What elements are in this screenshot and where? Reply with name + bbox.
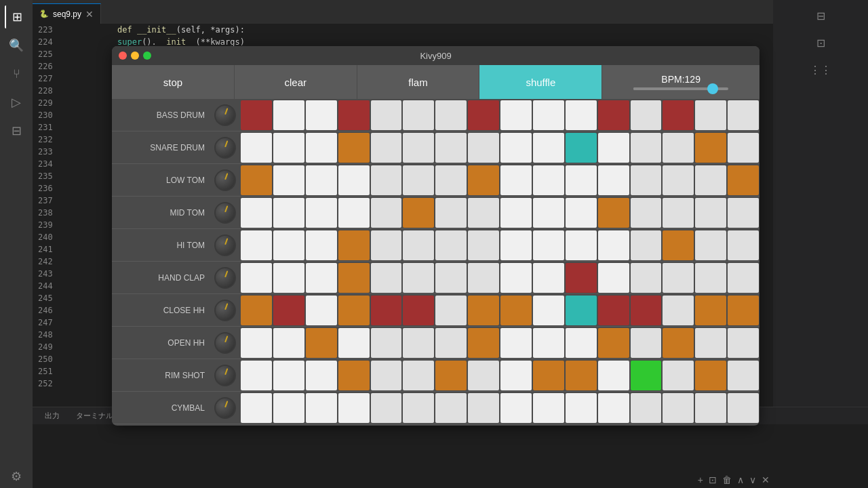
- cell-2-10[interactable]: [533, 165, 564, 195]
- knob-5[interactable]: [214, 267, 236, 289]
- knob-7[interactable]: [214, 332, 236, 354]
- cell-0-8[interactable]: [468, 100, 499, 130]
- cell-3-6[interactable]: [403, 198, 434, 228]
- cell-5-15[interactable]: [695, 263, 726, 293]
- cell-6-13[interactable]: [631, 296, 662, 325]
- cell-4-9[interactable]: [500, 230, 532, 260]
- cell-8-16[interactable]: [728, 361, 759, 390]
- cell-1-13[interactable]: [631, 133, 662, 163]
- cell-1-14[interactable]: [663, 133, 694, 163]
- cell-8-4[interactable]: [338, 361, 370, 390]
- cell-4-2[interactable]: [273, 230, 304, 260]
- cell-9-3[interactable]: [306, 393, 337, 423]
- cell-4-6[interactable]: [403, 230, 434, 260]
- cell-5-4[interactable]: [338, 263, 370, 293]
- knob-2[interactable]: [214, 169, 236, 191]
- cell-0-4[interactable]: [338, 100, 370, 130]
- cell-6-15[interactable]: [695, 296, 726, 325]
- cell-0-10[interactable]: [533, 100, 564, 130]
- cell-2-14[interactable]: [663, 165, 694, 195]
- cell-9-4[interactable]: [338, 393, 370, 423]
- cell-2-3[interactable]: [306, 165, 337, 195]
- cell-7-7[interactable]: [435, 328, 467, 358]
- cell-8-1[interactable]: [241, 361, 272, 390]
- knob-4[interactable]: [214, 235, 236, 256]
- cell-0-6[interactable]: [403, 100, 434, 130]
- cell-1-7[interactable]: [435, 133, 467, 163]
- cell-9-13[interactable]: [631, 393, 662, 423]
- cell-5-8[interactable]: [468, 263, 499, 293]
- cell-6-8[interactable]: [468, 296, 499, 325]
- sidebar-icon-git[interactable]: ⑂: [5, 62, 28, 85]
- tab-close-button[interactable]: ✕: [85, 9, 94, 20]
- cell-5-6[interactable]: [403, 263, 434, 293]
- knob-8[interactable]: [214, 365, 236, 386]
- cell-1-4[interactable]: [338, 133, 370, 163]
- cell-0-11[interactable]: [566, 100, 597, 130]
- cell-5-1[interactable]: [241, 263, 272, 293]
- cell-4-16[interactable]: [728, 230, 759, 260]
- cell-5-7[interactable]: [435, 263, 467, 293]
- plus-icon[interactable]: +: [698, 474, 703, 485]
- cell-1-6[interactable]: [403, 133, 434, 163]
- cell-8-6[interactable]: [403, 361, 434, 390]
- cell-7-2[interactable]: [273, 328, 304, 358]
- knob-9[interactable]: [214, 397, 236, 419]
- chevron-down-icon[interactable]: ∨: [749, 474, 756, 485]
- cell-0-1[interactable]: [241, 100, 272, 130]
- chevron-up-icon[interactable]: ∧: [737, 474, 744, 485]
- cell-5-12[interactable]: [598, 263, 629, 293]
- cell-0-7[interactable]: [435, 100, 467, 130]
- right-icon-1[interactable]: ⊟: [810, 5, 831, 26]
- cell-2-13[interactable]: [631, 165, 662, 195]
- cell-6-14[interactable]: [663, 296, 694, 325]
- cell-7-14[interactable]: [663, 328, 694, 358]
- cell-9-11[interactable]: [566, 393, 597, 423]
- cell-3-11[interactable]: [566, 198, 597, 228]
- tab-output[interactable]: 出力: [37, 407, 68, 424]
- cell-9-12[interactable]: [598, 393, 629, 423]
- cell-4-12[interactable]: [598, 230, 629, 260]
- cell-1-12[interactable]: [598, 133, 629, 163]
- cell-3-4[interactable]: [338, 198, 370, 228]
- window-close-button[interactable]: [119, 52, 127, 60]
- cell-3-7[interactable]: [435, 198, 467, 228]
- cell-0-14[interactable]: [663, 100, 694, 130]
- cell-2-2[interactable]: [273, 165, 304, 195]
- cell-8-2[interactable]: [273, 361, 304, 390]
- trash-icon[interactable]: 🗑: [722, 474, 732, 485]
- cell-2-1[interactable]: [241, 165, 272, 195]
- cell-8-14[interactable]: [663, 361, 694, 390]
- layout-icon[interactable]: ⊡: [709, 474, 717, 485]
- sidebar-icon-gear[interactable]: ⚙: [5, 465, 28, 488]
- cell-5-14[interactable]: [663, 263, 694, 293]
- cell-7-16[interactable]: [728, 328, 759, 358]
- cell-6-1[interactable]: [241, 296, 272, 325]
- cell-7-12[interactable]: [598, 328, 629, 358]
- cell-2-4[interactable]: [338, 165, 370, 195]
- cell-8-10[interactable]: [533, 361, 564, 390]
- cell-8-12[interactable]: [598, 361, 629, 390]
- cell-4-7[interactable]: [435, 230, 467, 260]
- cell-7-9[interactable]: [500, 328, 532, 358]
- cell-6-10[interactable]: [533, 296, 564, 325]
- cell-4-8[interactable]: [468, 230, 499, 260]
- close-icon[interactable]: ✕: [762, 474, 770, 485]
- clear-button[interactable]: clear: [235, 65, 357, 99]
- cell-9-7[interactable]: [435, 393, 467, 423]
- right-icon-2[interactable]: ⊡: [810, 33, 831, 53]
- cell-6-3[interactable]: [306, 296, 337, 325]
- cell-3-1[interactable]: [241, 198, 272, 228]
- cell-0-3[interactable]: [306, 100, 337, 130]
- cell-3-13[interactable]: [631, 198, 662, 228]
- stop-button[interactable]: stop: [112, 65, 235, 99]
- cell-8-13[interactable]: [631, 361, 662, 390]
- cell-8-3[interactable]: [306, 361, 337, 390]
- cell-6-7[interactable]: [435, 296, 467, 325]
- cell-1-11[interactable]: [566, 133, 597, 163]
- cell-3-12[interactable]: [598, 198, 629, 228]
- cell-6-11[interactable]: [566, 296, 597, 325]
- cell-4-11[interactable]: [566, 230, 597, 260]
- cell-3-16[interactable]: [728, 198, 759, 228]
- cell-0-9[interactable]: [500, 100, 532, 130]
